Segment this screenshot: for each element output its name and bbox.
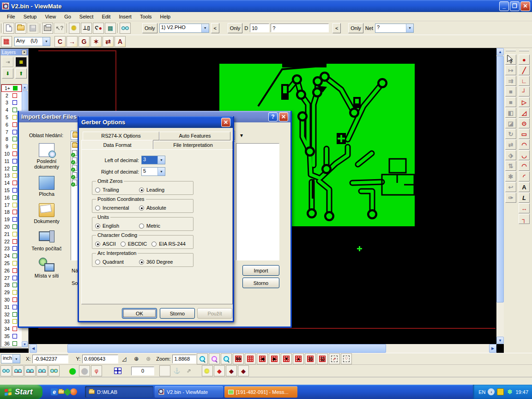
- radio-quadrant[interactable]: Quadrant: [95, 259, 139, 265]
- layer-row[interactable]: 1+: [1, 85, 22, 92]
- ok-button[interactable]: OK: [122, 308, 157, 319]
- draw-tool-button-2[interactable]: ∟: [519, 76, 530, 86]
- save-button[interactable]: [27, 23, 38, 34]
- radio-english[interactable]: English: [95, 223, 139, 229]
- radio-absolute[interactable]: Absolute: [139, 205, 183, 211]
- scroll-up-icon[interactable]: ▲: [496, 48, 504, 55]
- draw-tool-button-13[interactable]: L: [519, 193, 530, 203]
- quicklaunch-green-icon[interactable]: [64, 388, 72, 396]
- draw-tool-button-15[interactable]: ┐: [519, 214, 530, 224]
- anchor-button[interactable]: ⚓: [171, 365, 182, 376]
- prev-net-button[interactable]: <: [332, 23, 341, 33]
- draw-tool-button-1[interactable]: ╱: [519, 65, 530, 75]
- menu-item-help[interactable]: Help: [156, 13, 175, 20]
- tab-auto-features[interactable]: Auto Features: [159, 132, 230, 140]
- pad-dark-button[interactable]: ◆: [226, 365, 237, 376]
- radio-incremental[interactable]: Incremental: [95, 205, 139, 211]
- vertical-scrollbar[interactable]: ▲ ▼: [496, 48, 504, 344]
- select-box-dots-button[interactable]: ∵: [341, 353, 352, 364]
- place-item-documents[interactable]: Dokumenty: [24, 203, 69, 224]
- radio-ascii[interactable]: ASCII: [95, 241, 116, 247]
- layer-row[interactable]: 36: [1, 340, 22, 347]
- radio-trailing[interactable]: Trailing: [95, 187, 139, 193]
- tray-icq-icon[interactable]: ✽: [506, 388, 513, 395]
- highlight-off-button[interactable]: ⬤: [79, 365, 90, 376]
- radio-leading[interactable]: Leading: [139, 187, 183, 193]
- import-button[interactable]: Import: [242, 265, 279, 276]
- view-lines-button[interactable]: [12, 365, 24, 376]
- text-icon-button[interactable]: A: [115, 36, 126, 47]
- layer-row[interactable]: 3: [1, 99, 22, 107]
- flash-icon-button[interactable]: ✶: [91, 36, 102, 47]
- unit-combo[interactable]: inch ▼: [1, 354, 20, 363]
- pan-up-button[interactable]: ▲: [293, 353, 304, 364]
- radio-ebcdic[interactable]: EBCDIC: [121, 241, 147, 247]
- layer-down-button[interactable]: ⬇: [2, 68, 13, 79]
- tool-button-left-3[interactable]: ■: [505, 86, 516, 97]
- layer-to-end-button[interactable]: ⇥: [2, 57, 13, 67]
- swap-icon-button[interactable]: ⇄: [103, 36, 114, 47]
- tool-button-left-5[interactable]: ◧: [505, 108, 516, 118]
- tab-file-interpretation[interactable]: File Interpretation: [153, 141, 233, 150]
- chevron-down-icon[interactable]: ▼: [157, 168, 165, 175]
- place-item-recent-documents[interactable]: Poslední dokumenty: [24, 143, 69, 169]
- dcode-input[interactable]: 10: [250, 24, 269, 32]
- cancel-button[interactable]: Storno: [242, 278, 279, 288]
- draw-tool-button-7[interactable]: ▭: [519, 129, 530, 139]
- tray-messenger-icon[interactable]: [497, 388, 504, 395]
- taskbar-task-0[interactable]: D:\MLAB: [85, 386, 153, 398]
- zoom-selection-button[interactable]: [209, 353, 220, 364]
- draw-tool-button-5[interactable]: ◿: [519, 108, 530, 118]
- zoom-window-button[interactable]: [221, 353, 232, 364]
- component-icon-button[interactable]: C: [54, 36, 66, 47]
- snap-vector-button[interactable]: ⇗: [183, 365, 194, 376]
- view-menu-button[interactable]: ▾: [236, 131, 247, 140]
- menu-item-setup[interactable]: Setup: [19, 13, 41, 20]
- table-button[interactable]: [112, 365, 123, 376]
- help-button[interactable]: ?: [268, 112, 278, 121]
- quicklaunch-ie-icon[interactable]: e: [51, 388, 58, 395]
- horizontal-scroll-thumb[interactable]: [67, 344, 386, 353]
- chevron-down-icon[interactable]: ▼: [201, 24, 209, 32]
- left-of-decimal-combo[interactable]: 3 ▼: [141, 156, 165, 164]
- crosshair-button[interactable]: ⊕: [131, 353, 142, 364]
- draw-tool-button-4[interactable]: ▷: [519, 97, 530, 107]
- grid-corner1-button[interactable]: ◰: [305, 353, 316, 364]
- angle-tool-button[interactable]: ◿: [119, 353, 130, 364]
- close-icon[interactable]: ✕: [22, 50, 27, 55]
- menu-item-file[interactable]: File: [3, 13, 19, 20]
- view-options-button[interactable]: [120, 23, 131, 34]
- zoom-field[interactable]: 1.8868: [172, 355, 196, 363]
- tab-data-format[interactable]: Data Format: [81, 140, 153, 149]
- radio-360-degree[interactable]: 360 Degree: [139, 259, 183, 265]
- select-box-arrow-button[interactable]: ⇗: [329, 353, 340, 364]
- tool-button-left-13[interactable]: ✑: [505, 193, 516, 203]
- flash-mode-button[interactable]: ✺: [202, 365, 213, 376]
- taskbar-task-2[interactable]: [191-482-091] - Mess...: [224, 386, 297, 398]
- filmstrip-button[interactable]: ▤: [105, 23, 116, 34]
- context-help-button[interactable]: ↖?: [54, 23, 65, 34]
- tool-button-left-2[interactable]: ⇉: [505, 76, 516, 86]
- draw-tool-button-8[interactable]: ◠: [519, 139, 530, 150]
- zoom-tool-button[interactable]: [197, 353, 208, 364]
- pad-outline-button[interactable]: ◆: [238, 365, 249, 376]
- radio-eia-rs-244[interactable]: EIA RS-244: [151, 241, 185, 247]
- draw-tool-button-0[interactable]: ●: [519, 54, 530, 65]
- draw-tool-button-12[interactable]: A: [519, 182, 530, 192]
- grid-dots-button[interactable]: [159, 365, 170, 376]
- pin-button[interactable]: φ: [91, 365, 102, 376]
- layer-row[interactable]: 35: [1, 332, 22, 340]
- dcode-filter-input[interactable]: ?: [271, 24, 329, 32]
- scroll-left-icon[interactable]: ◀: [30, 344, 37, 353]
- tool-button-left-11[interactable]: ✱: [505, 171, 516, 181]
- flash-view-button[interactable]: ✺: [69, 23, 80, 34]
- menu-item-edit[interactable]: Edit: [97, 13, 115, 20]
- tool-button-left-6[interactable]: ◪: [505, 118, 516, 128]
- toolbox-grip[interactable]: [519, 50, 529, 51]
- draw-tool-button-11[interactable]: ◜: [519, 171, 530, 181]
- toolbox-grip[interactable]: [506, 50, 516, 51]
- view-traces-button[interactable]: [36, 365, 48, 376]
- draw-tool-button-10[interactable]: ◠: [519, 161, 530, 171]
- net-combo[interactable]: ? ▼: [375, 24, 414, 33]
- new-file-button[interactable]: [3, 23, 14, 34]
